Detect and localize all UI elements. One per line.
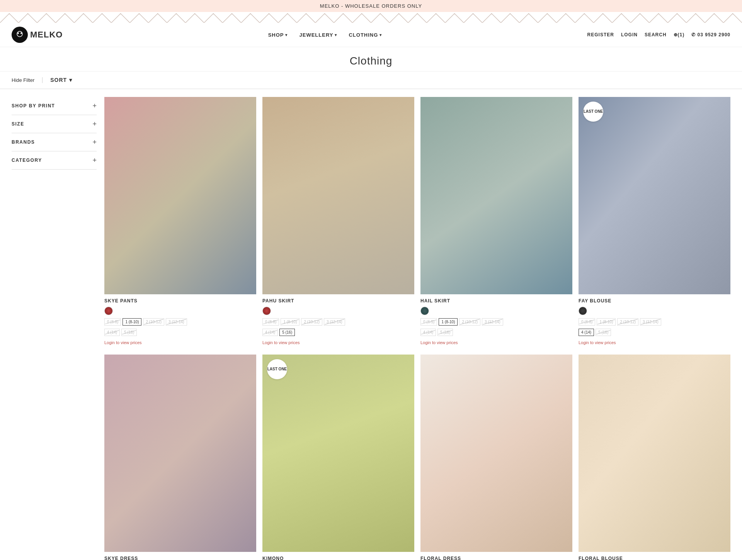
product-name: SKYE PANTS	[104, 298, 256, 304]
register-link[interactable]: REGISTER	[587, 32, 614, 37]
product-name: HAIL SKIRT	[420, 298, 572, 304]
product-card[interactable]: PAHU SKIRT0 (6-8)1 (8-10)2 (10-12)3 (12-…	[262, 97, 414, 345]
product-name: SKYE DRESS	[104, 556, 256, 560]
login-link[interactable]: LOGIN	[621, 32, 638, 37]
nav-jewellery[interactable]: JEWELLERY ▾	[299, 32, 337, 38]
svg-point-2	[17, 32, 19, 34]
product-sizes-row2: 4 (14)5 (16)	[104, 329, 256, 336]
color-swatch[interactable]	[579, 307, 587, 315]
zigzag-decoration	[0, 12, 742, 23]
product-image	[262, 97, 414, 294]
size-option[interactable]: 2 (10-12)	[301, 318, 322, 326]
svg-point-3	[20, 32, 22, 34]
page-title: Clothing	[0, 55, 742, 67]
size-option[interactable]: 1 (8-10)	[281, 318, 300, 326]
size-option[interactable]: 4 (14)	[104, 329, 120, 336]
product-sizes-row1: 0 (6-8)1 (8-10)2 (10-12)3 (12-14)	[262, 318, 414, 326]
product-image-wrap	[420, 355, 572, 552]
chevron-down-icon: ▾	[285, 33, 288, 37]
size-option[interactable]: 3 (12-14)	[166, 318, 187, 326]
size-option[interactable]: 4 (14)	[420, 329, 436, 336]
product-swatches	[262, 307, 414, 315]
product-image-wrap	[104, 355, 256, 552]
size-option[interactable]: 5 (16)	[596, 329, 611, 336]
size-option[interactable]: 5 (16)	[121, 329, 137, 336]
filter-header-category[interactable]: CATEGORY +	[12, 157, 97, 164]
size-option[interactable]: 1 (8-10)	[439, 318, 458, 326]
products-grid: SKYE PANTS0 (6-8)1 (8-10)2 (10-12)3 (12-…	[104, 97, 730, 560]
color-swatch[interactable]	[420, 307, 429, 315]
product-sizes-row1: 0 (6-8)1 (8-10)2 (10-12)3 (12-14)	[104, 318, 256, 326]
size-option[interactable]: 1 (8-10)	[597, 318, 616, 326]
product-image	[579, 97, 730, 294]
search-link[interactable]: SEARCH	[645, 32, 667, 37]
filter-shop-by-print: SHOP BY PRINT +	[12, 97, 97, 115]
product-sizes-row2: 4 (14)5 (16)	[579, 329, 730, 336]
filter-header-shop-by-print[interactable]: SHOP BY PRINT +	[12, 102, 97, 109]
product-name: FLORAL BLOUSE	[579, 556, 730, 560]
product-image	[579, 355, 730, 552]
size-option[interactable]: 3 (12-14)	[640, 318, 661, 326]
size-option[interactable]: 5 (16)	[279, 329, 295, 336]
expand-icon: +	[92, 102, 97, 109]
filter-brands: BRANDS +	[12, 133, 97, 151]
size-option[interactable]: 3 (12-14)	[324, 318, 345, 326]
product-image-wrap: LAST ONE	[262, 355, 414, 552]
expand-icon: +	[92, 157, 97, 164]
product-sizes-row1: 0 (6-5)1 (8-10)2 (10-12)3 (12-14)	[420, 318, 572, 326]
product-name: FLORAL DRESS	[420, 556, 572, 560]
product-card[interactable]: LAST ONEKIMONO	[262, 355, 414, 560]
size-option[interactable]: 3 (12-14)	[482, 318, 503, 326]
logo[interactable]: MELKO	[12, 27, 63, 43]
page-title-section: Clothing	[0, 47, 742, 71]
size-option[interactable]: 5 (16)	[437, 329, 453, 336]
logo-icon	[12, 27, 28, 43]
size-option[interactable]: 0 (6-8)	[104, 318, 121, 326]
size-option[interactable]: 0 (6-8)	[262, 318, 279, 326]
product-card[interactable]: SKYE PANTS0 (6-8)1 (8-10)2 (10-12)3 (12-…	[104, 97, 256, 345]
product-card[interactable]: HAIL SKIRT0 (6-5)1 (8-10)2 (10-12)3 (12-…	[420, 97, 572, 345]
size-option[interactable]: 1 (8-10)	[123, 318, 141, 326]
color-swatch[interactable]	[262, 307, 271, 315]
main-layout: SHOP BY PRINT + SIZE + BRANDS + CATEGORY…	[0, 89, 742, 560]
product-card[interactable]: SKYE DRESS	[104, 355, 256, 560]
size-option[interactable]: 0 (6-8)	[579, 318, 595, 326]
chevron-down-icon: ▾	[69, 77, 72, 83]
expand-icon: +	[92, 120, 97, 127]
nav-shop[interactable]: SHOP ▾	[268, 32, 288, 38]
filter-header-size[interactable]: SIZE +	[12, 120, 97, 127]
color-swatch[interactable]	[104, 307, 113, 315]
sort-button[interactable]: Sort ▾	[50, 77, 72, 83]
hide-filter-button[interactable]: Hide Filter	[12, 77, 43, 83]
size-option[interactable]: 2 (10-12)	[143, 318, 164, 326]
login-to-view-prices[interactable]: Login to view prices	[579, 340, 616, 345]
product-image	[104, 97, 256, 294]
product-image	[420, 97, 572, 294]
product-image	[104, 355, 256, 552]
product-image	[262, 355, 414, 552]
filter-header-brands[interactable]: BRANDS +	[12, 139, 97, 146]
nav-clothing[interactable]: CLOTHING ▾	[349, 32, 382, 38]
cart-button[interactable]: ⊕(1)	[674, 32, 685, 37]
last-one-badge: LAST ONE	[267, 359, 287, 379]
product-card[interactable]: FLORAL BLOUSE	[579, 355, 730, 560]
login-to-view-prices[interactable]: Login to view prices	[420, 340, 458, 345]
login-to-view-prices[interactable]: Login to view prices	[104, 340, 142, 345]
product-image-wrap: LAST ONE	[579, 97, 730, 294]
size-option[interactable]: 0 (6-5)	[420, 318, 437, 326]
product-card[interactable]: FLORAL DRESS	[420, 355, 572, 560]
login-to-view-prices[interactable]: Login to view prices	[262, 340, 300, 345]
product-swatches	[579, 307, 730, 315]
product-card[interactable]: LAST ONEFAY BLOUSE0 (6-8)1 (8-10)2 (10-1…	[579, 97, 730, 345]
product-swatches	[420, 307, 572, 315]
product-name: KIMONO	[262, 556, 414, 560]
size-option[interactable]: 4 (14)	[579, 329, 594, 336]
chevron-down-icon: ▾	[335, 33, 337, 37]
size-option[interactable]: 4 (14)	[262, 329, 278, 336]
product-swatches	[104, 307, 256, 315]
product-name: PAHU SKIRT	[262, 298, 414, 304]
size-option[interactable]: 2 (10-12)	[617, 318, 638, 326]
product-image-wrap	[104, 97, 256, 294]
size-option[interactable]: 2 (10-12)	[459, 318, 480, 326]
product-image-wrap	[262, 97, 414, 294]
